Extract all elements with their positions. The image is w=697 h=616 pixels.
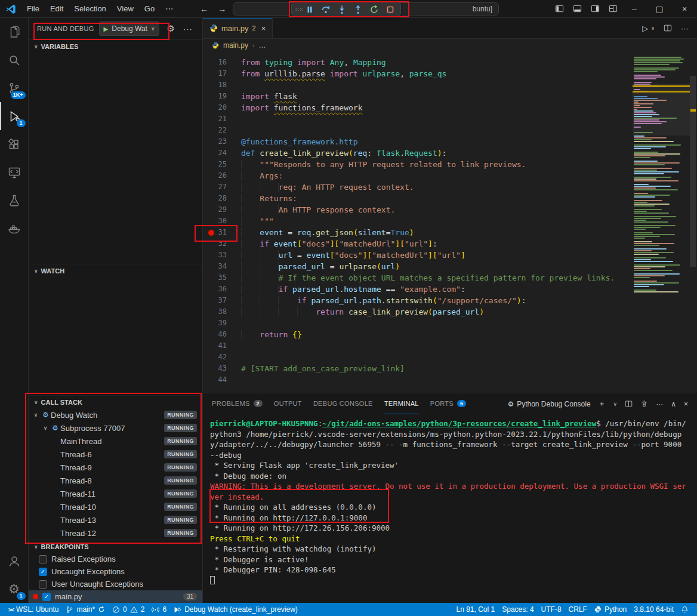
- gutter[interactable]: 27: [203, 181, 241, 193]
- start-debug-icon[interactable]: ▶: [104, 26, 109, 32]
- terminal-output[interactable]: pierrick@LAPTOP-HKU5PNNG:~/git/add-ons-s…: [203, 414, 697, 603]
- call-stack-row[interactable]: ∨⚙Subprocess 77007RUNNING: [29, 421, 202, 435]
- breakpoint-row[interactable]: ✓Uncaught Exceptions: [29, 565, 202, 578]
- launch-config-dropdown[interactable]: ▶ Debug Wat ∨: [99, 21, 160, 36]
- breakpoint-row[interactable]: ✓main.py31: [29, 590, 202, 603]
- menu-file[interactable]: File: [21, 4, 45, 13]
- breakpoints-section-header[interactable]: ∨BREAKPOINTS: [29, 540, 202, 553]
- code-line[interactable]: 38 return case_link_preview(parsed_url): [203, 306, 697, 318]
- gutter[interactable]: 29: [203, 204, 241, 215]
- breakpoint-checkbox[interactable]: [39, 555, 47, 563]
- variables-section-header[interactable]: ∨VARIABLES: [29, 39, 202, 53]
- code-line[interactable]: 19import flask: [203, 91, 697, 102]
- close-panel-icon[interactable]: ×: [684, 400, 688, 408]
- code-line[interactable]: 39: [203, 318, 697, 329]
- code-line[interactable]: 44: [203, 374, 697, 386]
- terminal-dropdown-chevron-icon[interactable]: ∨: [613, 401, 618, 407]
- step-into-icon[interactable]: [334, 3, 349, 16]
- toggle-secondary-sidebar-icon[interactable]: [586, 0, 604, 17]
- minimize-button[interactable]: –: [622, 0, 647, 17]
- gutter[interactable]: 34: [203, 261, 241, 272]
- encoding-indicator[interactable]: UTF-8: [538, 605, 565, 614]
- panel-tab-debug-console[interactable]: DEBUG CONSOLE: [313, 393, 373, 414]
- code-line[interactable]: 32 if event["docs"]["matchedUrl"]["url"]…: [203, 238, 697, 250]
- customize-layout-icon[interactable]: [604, 0, 622, 17]
- toggle-sidebar-icon[interactable]: [550, 0, 568, 17]
- problems-indicator[interactable]: 0 2: [109, 603, 148, 616]
- panel-tab-ports[interactable]: PORTS6: [430, 393, 467, 414]
- gutter[interactable]: 32: [203, 238, 241, 250]
- chevron-down-icon[interactable]: ∨: [31, 412, 41, 418]
- close-button[interactable]: ×: [672, 0, 697, 17]
- panel-more-icon[interactable]: ···: [656, 400, 663, 408]
- menu-go[interactable]: Go: [139, 4, 160, 13]
- code-line[interactable]: 24def create_link_preview(req: flask.Req…: [203, 147, 697, 159]
- gutter[interactable]: 23: [203, 136, 241, 147]
- testing-icon[interactable]: [0, 186, 29, 214]
- debug-session-indicator[interactable]: Debug Watch (create_link_preview): [170, 603, 301, 616]
- breakpoint-checkbox[interactable]: ✓: [42, 593, 51, 601]
- watch-section-header[interactable]: ∨WATCH: [29, 264, 202, 277]
- console-selector[interactable]: ⚙Python Debug Console: [507, 400, 590, 408]
- docker-icon[interactable]: [0, 214, 29, 242]
- call-stack-row[interactable]: Thread-10RUNNING: [29, 500, 202, 513]
- code-line[interactable]: 21: [203, 113, 697, 125]
- gutter[interactable]: 19: [203, 91, 241, 102]
- code-line[interactable]: 26 Args:: [203, 170, 697, 181]
- gutter[interactable]: 18: [203, 79, 241, 91]
- gutter[interactable]: 37: [203, 295, 241, 306]
- run-dropdown-chevron-icon[interactable]: ∨: [651, 26, 655, 31]
- gutter[interactable]: 16: [203, 57, 241, 68]
- language-indicator[interactable]: Python: [591, 605, 630, 614]
- code-line[interactable]: 18: [203, 79, 697, 91]
- call-stack-section-header[interactable]: ∨CALL STACK: [29, 395, 202, 408]
- restart-icon[interactable]: [366, 3, 381, 16]
- maximize-button[interactable]: ▢: [647, 0, 672, 17]
- editor-more-icon[interactable]: ···: [681, 24, 689, 33]
- configure-gear-icon[interactable]: ⚙: [166, 23, 174, 34]
- minimap[interactable]: [634, 57, 689, 293]
- gutter[interactable]: 36: [203, 284, 241, 295]
- gutter[interactable]: 26: [203, 170, 241, 181]
- ports-indicator[interactable]: 6: [148, 603, 170, 616]
- gutter[interactable]: 30: [203, 215, 241, 227]
- breakpoint-checkbox[interactable]: [39, 580, 47, 589]
- breakpoint-row[interactable]: Raised Exceptions: [29, 553, 202, 565]
- breadcrumb[interactable]: main.py › …: [203, 39, 697, 52]
- cursor-position[interactable]: Ln 81, Col 1: [452, 605, 498, 614]
- gutter[interactable]: 21: [203, 113, 241, 125]
- source-control-icon[interactable]: 1K+: [0, 74, 29, 102]
- accounts-icon[interactable]: [0, 547, 29, 575]
- tab-main-py[interactable]: main.py 2 ×: [203, 18, 273, 38]
- call-stack-row[interactable]: Thread-11RUNNING: [29, 487, 202, 500]
- panel-tab-output[interactable]: OUTPUT: [274, 393, 302, 414]
- split-editor-icon[interactable]: [664, 24, 672, 32]
- breakpoint-checkbox[interactable]: ✓: [39, 568, 47, 576]
- scrollbar-thumb[interactable]: [690, 76, 696, 267]
- call-stack-row[interactable]: ∨⚙Debug WatchRUNNING: [29, 408, 202, 421]
- gutter[interactable]: 33: [203, 250, 241, 261]
- run-and-debug-icon[interactable]: 1: [0, 102, 29, 130]
- settings-icon[interactable]: ⚙1: [0, 575, 29, 603]
- code-line[interactable]: 22: [203, 125, 697, 136]
- toggle-panel-icon[interactable]: [568, 0, 586, 17]
- new-terminal-icon[interactable]: ＋: [599, 399, 606, 409]
- gutter[interactable]: 41: [203, 340, 241, 352]
- gutter[interactable]: 40: [203, 329, 241, 340]
- call-stack-row[interactable]: Thread-6RUNNING: [29, 448, 202, 461]
- nav-back-icon[interactable]: ←: [200, 4, 208, 14]
- maximize-panel-chevron-icon[interactable]: ∧: [671, 400, 676, 408]
- branch-indicator[interactable]: main*: [62, 603, 109, 616]
- gutter[interactable]: 35: [203, 272, 241, 284]
- gutter[interactable]: 43: [203, 363, 241, 374]
- menu-view[interactable]: View: [112, 4, 139, 13]
- call-stack-row[interactable]: Thread-9RUNNING: [29, 461, 202, 474]
- code-line[interactable]: 31 event = req.get_json(silent=True): [203, 227, 697, 238]
- gutter[interactable]: 22: [203, 125, 241, 136]
- code-line[interactable]: 28 Returns:: [203, 193, 697, 204]
- panel-tab-terminal[interactable]: TERMINAL: [384, 393, 419, 414]
- code-line[interactable]: 30 """: [203, 215, 697, 227]
- gutter[interactable]: 38: [203, 306, 241, 318]
- code-line[interactable]: 36 if parsed_url.hostname == "example.co…: [203, 284, 697, 295]
- step-out-icon[interactable]: [350, 3, 365, 16]
